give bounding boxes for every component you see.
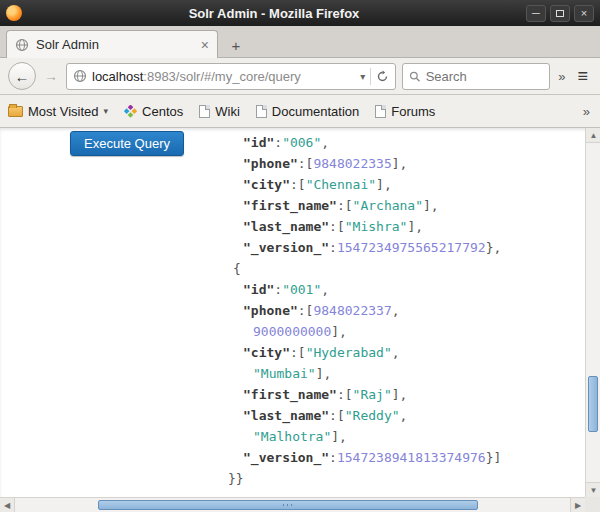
json-token-key: "phone": [243, 303, 298, 318]
url-dropdown-icon[interactable]: ▾: [360, 71, 365, 82]
json-token-key: "first_name": [243, 198, 337, 213]
back-button[interactable]: ←: [8, 62, 36, 90]
bookmark-label: Centos: [142, 104, 183, 119]
page-icon: [256, 105, 267, 118]
hamburger-menu-icon[interactable]: ≡: [573, 66, 592, 87]
bookmark-label: Wiki: [215, 104, 240, 119]
close-button[interactable]: ×: [574, 5, 594, 22]
json-line: "Malhotra"],: [228, 426, 578, 447]
json-token-key: "city": [243, 345, 290, 360]
bookmark-forums[interactable]: Forums: [375, 104, 435, 119]
json-line: }}: [228, 468, 578, 489]
minimize-button[interactable]: ─: [526, 5, 546, 22]
json-token-key: "id": [243, 135, 274, 150]
json-line: "_version_":1547238941813374976}]: [228, 447, 578, 468]
folder-icon: [8, 106, 23, 117]
scroll-left-icon[interactable]: ◀: [0, 498, 15, 512]
globe-icon: [15, 38, 29, 52]
window-title: Solr Admin - Mozilla Firefox: [22, 6, 526, 21]
page-icon: [199, 105, 210, 118]
json-token-punct: }]: [486, 450, 502, 465]
json-token-punct: },: [486, 240, 502, 255]
execute-query-button[interactable]: Execute Query: [70, 131, 184, 156]
json-token-string: "Reddy": [345, 408, 400, 423]
bookmark-label: Documentation: [272, 104, 359, 119]
json-line: "Mumbai"],: [228, 363, 578, 384]
bookmark-most-visited[interactable]: Most Visited ▾: [8, 104, 108, 119]
json-token-key: "phone": [243, 156, 298, 171]
tab-solr-admin[interactable]: Solr Admin ×: [6, 30, 218, 58]
json-line: "id":"006",: [228, 132, 578, 153]
bookmark-wiki[interactable]: Wiki: [199, 104, 240, 119]
json-token-punct: ],: [316, 366, 332, 381]
json-token-punct: :[: [290, 177, 306, 192]
url-bar[interactable]: localhost:8983/solr/#/my_core/query ▾: [66, 63, 396, 90]
json-token-punct: ,: [321, 135, 329, 150]
json-token-string: "Raj": [353, 387, 392, 402]
scrollbar-corner: [585, 497, 600, 512]
new-tab-button[interactable]: +: [222, 33, 250, 57]
json-token-punct: :: [329, 240, 337, 255]
json-token-key: "_version_": [243, 240, 329, 255]
json-token-number: 9848022335: [313, 156, 391, 171]
json-token-punct: ,: [321, 282, 329, 297]
vertical-scrollbar[interactable]: ▲ ▼: [585, 128, 600, 497]
tab-strip: Solr Admin × +: [0, 26, 600, 58]
json-line: "last_name":["Reddy",: [228, 405, 578, 426]
bookmark-centos[interactable]: Centos: [124, 104, 183, 119]
json-token-punct: ,: [392, 303, 400, 318]
bookmark-label: Forums: [391, 104, 435, 119]
chevron-down-icon: ▾: [104, 106, 109, 116]
json-token-punct: ],: [331, 324, 347, 339]
json-token-key: "last_name": [243, 219, 329, 234]
json-token-punct: :: [274, 135, 282, 150]
forward-button[interactable]: →: [42, 64, 60, 88]
json-token-string: "Chennai": [306, 177, 376, 192]
json-token-key: "city": [243, 177, 290, 192]
json-line: {: [228, 258, 578, 279]
maximize-button[interactable]: [550, 5, 570, 22]
url-text[interactable]: localhost:8983/solr/#/my_core/query: [92, 69, 355, 84]
titlebar: Solr Admin - Mozilla Firefox ─ ×: [0, 0, 600, 26]
json-line: "first_name":["Raj"],: [228, 384, 578, 405]
json-line: "id":"001",: [228, 279, 578, 300]
json-token-punct: ],: [331, 429, 347, 444]
json-line: "first_name":["Archana"],: [228, 195, 578, 216]
bookmarks-toolbar: Most Visited ▾ Centos Wiki Documentation…: [0, 95, 600, 128]
scroll-right-icon[interactable]: ▶: [570, 498, 585, 512]
json-token-punct: ],: [392, 156, 408, 171]
json-token-punct: :[: [329, 408, 345, 423]
json-token-punct: :: [329, 450, 337, 465]
json-token-number: 9848022337: [313, 303, 391, 318]
json-token-punct: ],: [423, 198, 439, 213]
json-token-punct: :[: [290, 345, 306, 360]
page-content: Execute Query "id":"006","phone":[984802…: [0, 128, 600, 512]
tab-close-icon[interactable]: ×: [201, 38, 209, 52]
json-token-key: "last_name": [243, 408, 329, 423]
json-token-string: "Mumbai": [253, 366, 316, 381]
search-box[interactable]: [402, 63, 550, 90]
json-line: "phone":[9848022337,: [228, 300, 578, 321]
horizontal-scrollbar[interactable]: ◀ ▶: [0, 497, 585, 512]
firefox-icon: [6, 5, 22, 21]
url-host: localhost: [92, 69, 143, 84]
url-path: :8983/solr/#/my_core/query: [143, 69, 301, 84]
json-token-string: "001": [282, 282, 321, 297]
scroll-down-icon[interactable]: ▼: [586, 482, 600, 497]
json-token-punct: ],: [376, 177, 392, 192]
json-token-string: "Archana": [353, 198, 423, 213]
vertical-scrollbar-thumb[interactable]: [588, 376, 598, 432]
toolbar-overflow-icon[interactable]: »: [556, 69, 567, 84]
json-token-punct: ],: [392, 387, 408, 402]
bookmark-documentation[interactable]: Documentation: [256, 104, 359, 119]
tab-title: Solr Admin: [36, 37, 194, 52]
bookmarks-overflow-icon[interactable]: »: [581, 104, 592, 119]
search-input[interactable]: [426, 69, 544, 84]
reload-icon[interactable]: [376, 70, 389, 83]
json-token-string: "Hyderabad": [306, 345, 392, 360]
json-token-punct: :: [274, 282, 282, 297]
site-identity-icon[interactable]: [73, 69, 87, 83]
horizontal-scrollbar-thumb[interactable]: [98, 500, 478, 510]
json-token-key: "id": [243, 282, 274, 297]
scroll-up-icon[interactable]: ▲: [586, 128, 600, 143]
